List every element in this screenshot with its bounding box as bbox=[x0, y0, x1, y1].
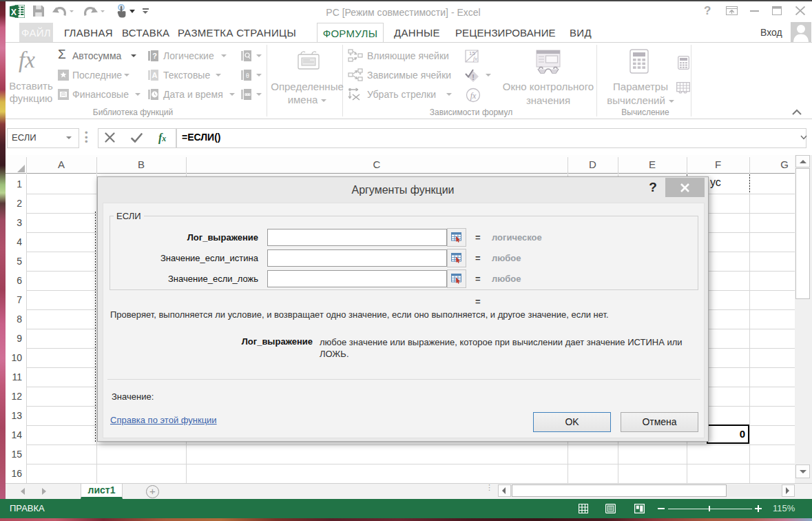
svg-text:?: ? bbox=[152, 52, 157, 60]
svg-text:X: X bbox=[11, 8, 17, 17]
svg-text:fx: fx bbox=[473, 56, 477, 62]
svg-text:!: ! bbox=[472, 73, 475, 81]
svg-text:θ: θ bbox=[246, 72, 249, 79]
svg-text:A: A bbox=[152, 71, 158, 79]
svg-text:fx: fx bbox=[470, 91, 477, 101]
